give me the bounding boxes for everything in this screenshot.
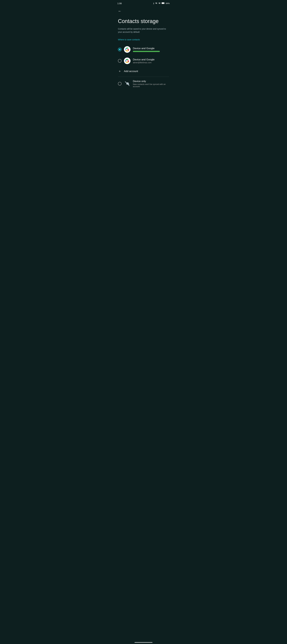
- option-title-1: Device and Google: [133, 47, 169, 50]
- page-title: Contacts storage: [118, 18, 169, 24]
- options-list: Device and Google Device and Google abne…: [118, 44, 169, 76]
- option-text-device-only: Device only New contacts won't be synced…: [133, 80, 169, 88]
- google-icon-2: [124, 58, 130, 64]
- back-button[interactable]: ←: [117, 8, 122, 14]
- status-bar: 1:08 ⚷ 84%: [114, 0, 173, 6]
- svg-rect-1: [162, 2, 164, 4]
- option-device-google-selected[interactable]: Device and Google: [118, 44, 169, 55]
- radio-selected: [118, 48, 122, 51]
- add-account-row[interactable]: + Add account: [118, 66, 169, 76]
- status-time: 1:08: [117, 2, 122, 5]
- add-account-label: Add account: [124, 70, 138, 73]
- option-text-1: Device and Google: [133, 47, 169, 52]
- back-arrow-icon: ←: [118, 9, 122, 13]
- option-device-google-account[interactable]: Device and Google abner@9to5mac.com: [118, 55, 169, 66]
- radio-unselected-2: [118, 59, 122, 62]
- option-text-2: Device and Google abner@9to5mac.com: [133, 58, 169, 64]
- add-icon: +: [118, 70, 122, 73]
- option-bar-1: [133, 51, 160, 52]
- option-title-2: Device and Google: [133, 58, 169, 61]
- main-content: Contacts storage Contacts will be saved …: [114, 15, 173, 90]
- section-header: Where to save contacts: [118, 38, 169, 41]
- top-nav: ←: [114, 6, 173, 15]
- option-subtitle-2: abner@9to5mac.com: [133, 62, 169, 64]
- battery-icon: [162, 2, 165, 4]
- key-icon: ⚷: [153, 2, 154, 4]
- radio-inner-dot: [119, 48, 121, 50]
- battery-percentage: 84%: [166, 2, 170, 4]
- google-icon-1: [124, 46, 130, 53]
- page-subtitle: Contacts will be saved to your device an…: [118, 27, 169, 34]
- plus-icon: +: [119, 69, 121, 73]
- status-icons: ⚷ 84%: [153, 2, 170, 5]
- option-device-only[interactable]: Device only New contacts won't be synced…: [118, 78, 169, 90]
- mute-icon: [155, 2, 158, 5]
- radio-unselected-device-only: [118, 82, 122, 86]
- device-only-subtitle: New contacts won't be synced with an acc…: [133, 83, 169, 88]
- no-cloud-icon: [124, 80, 130, 87]
- device-only-title: Device only: [133, 80, 169, 83]
- wifi-icon: [158, 2, 161, 4]
